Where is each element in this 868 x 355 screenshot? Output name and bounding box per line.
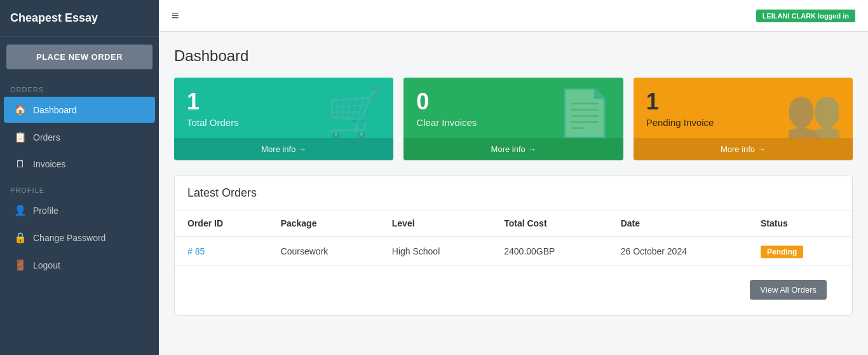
col-level: Level [379,211,491,237]
invoices-icon: 🗒 [14,158,27,170]
sidebar-item-logout[interactable]: 🚪 Logout [4,252,155,278]
profile-icon: 👤 [14,204,27,216]
logout-icon: 🚪 [14,259,27,271]
app-logo: Cheapest Essay [0,0,159,37]
sidebar-item-label: Dashboard [33,105,77,115]
pending-invoice-label: Pending Invoice [646,117,714,128]
clear-invoices-label: Clear Invoices [416,117,477,128]
main-content: ≡ LEILANI CLARK logged in Dashboard 1 To… [159,0,868,355]
sidebar-item-label: Change Password [33,233,105,243]
clear-invoices-text: 0 Clear Invoices [416,90,477,128]
total-orders-number: 1 [187,90,239,113]
cost-cell: 2400.00GBP [491,237,608,266]
topbar: ≡ LEILANI CLARK logged in [159,0,868,32]
clear-invoices-more-info-label: More info → [491,144,536,154]
clear-invoices-number: 0 [416,90,477,113]
orders-table-body: # 85 Coursework High School 2400.00GBP 2… [175,237,852,266]
page-title: Dashboard [174,47,853,65]
col-package: Package [268,211,379,237]
lock-icon: 🔒 [14,232,27,244]
sidebar-item-label: Orders [33,132,60,143]
package-cell: Coursework [268,237,379,266]
stat-cards: 1 Total Orders 🛒 More info → 0 Clear Inv… [174,78,853,160]
pending-invoice-number: 1 [646,90,714,113]
col-order-id: Order ID [175,211,268,237]
sidebar: Cheapest Essay PLACE NEW ORDER ORDERS 🏠 … [0,0,159,355]
latest-orders-header: Latest Orders [175,176,852,211]
sidebar-item-label: Logout [33,260,60,270]
latest-orders-section: Latest Orders Order ID Package Level Tot… [174,176,853,316]
pending-invoice-more-info[interactable]: More info → [634,138,853,160]
total-orders-more-info[interactable]: More info → [174,138,393,160]
orders-table-header: Order ID Package Level Total Cost Date S… [175,211,852,237]
shopping-cart-icon: 🛒 [326,90,383,136]
orders-icon: 📋 [14,131,27,143]
total-orders-card: 1 Total Orders 🛒 More info → [174,78,393,160]
sidebar-item-invoices[interactable]: 🗒 Invoices [4,151,155,177]
total-orders-card-body: 1 Total Orders 🛒 [174,78,393,138]
orders-table: Order ID Package Level Total Cost Date S… [175,211,852,266]
sidebar-item-orders[interactable]: 📋 Orders [4,124,155,150]
col-total-cost: Total Cost [491,211,608,237]
clear-invoices-card: 0 Clear Invoices 📄 More info → [403,78,623,160]
invoice-icon: 📄 [556,90,613,136]
pending-invoice-text: 1 Pending Invoice [646,90,714,128]
sidebar-item-profile[interactable]: 👤 Profile [4,197,155,223]
total-orders-text: 1 Total Orders [187,90,239,128]
status-cell: Pending [748,237,852,266]
table-row: # 85 Coursework High School 2400.00GBP 2… [175,237,852,266]
pending-invoice-more-info-label: More info → [721,144,766,154]
users-icon: 👥 [785,90,843,136]
view-all-orders-button[interactable]: View All Orders [750,280,827,300]
order-id-link[interactable]: # 85 [187,246,205,256]
date-cell: 26 October 2024 [608,237,748,266]
level-cell: High School [379,237,491,266]
status-badge: Pending [761,246,803,258]
total-orders-label: Total Orders [187,117,239,128]
order-id-cell: # 85 [175,237,268,266]
clear-invoices-more-info[interactable]: More info → [403,138,623,160]
page-content: Dashboard 1 Total Orders 🛒 More info → [159,32,868,355]
profile-section-label: PROFILE [0,178,159,197]
sidebar-item-label: Profile [33,205,58,216]
logged-in-badge: LEILANI CLARK logged in [756,10,855,22]
col-date: Date [608,211,748,237]
total-orders-more-info-label: More info → [261,144,306,154]
col-status: Status [748,211,852,237]
pending-invoice-card-body: 1 Pending Invoice 👥 [634,78,853,138]
dashboard-icon: 🏠 [14,104,27,116]
menu-toggle-icon[interactable]: ≡ [172,8,179,23]
sidebar-item-label: Invoices [33,159,65,169]
clear-invoices-card-body: 0 Clear Invoices 📄 [403,78,623,138]
orders-section-label: ORDERS [0,77,159,96]
orders-table-header-row: Order ID Package Level Total Cost Date S… [175,211,852,237]
place-new-order-button[interactable]: PLACE NEW ORDER [6,45,153,69]
sidebar-item-change-password[interactable]: 🔒 Change Password [4,225,155,251]
sidebar-item-dashboard[interactable]: 🏠 Dashboard [4,97,155,123]
pending-invoice-card: 1 Pending Invoice 👥 More info → [634,78,853,160]
